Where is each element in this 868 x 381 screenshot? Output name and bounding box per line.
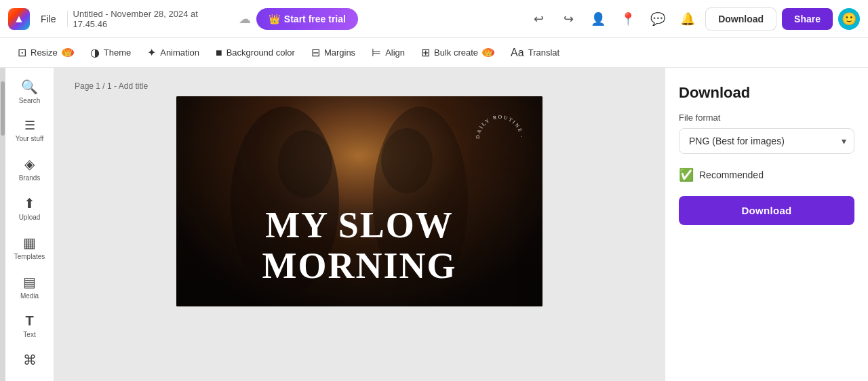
margins-label: Margins: [324, 47, 355, 58]
bell-icon-button[interactable]: 🔔: [675, 7, 700, 31]
toolbar-item-bulk-create[interactable]: ⊞ Bulk create 👑: [414, 42, 501, 63]
download-action-button[interactable]: Download: [679, 196, 854, 225]
scroll-thumb: [1, 81, 5, 136]
location-icon: 📍: [620, 12, 635, 26]
sidebar: 🔍 Search ☰ Your stuff ◈ Brands ⬆ Upload …: [5, 68, 54, 381]
check-circle-icon: ✅: [679, 167, 694, 182]
sidebar-item-text[interactable]: T Text: [9, 308, 50, 344]
canvas-text-line2: MORNING: [176, 246, 542, 286]
toolbar-item-resize[interactable]: ⊡ Resize 👑: [11, 42, 81, 63]
templates-icon: ▦: [23, 235, 36, 251]
translate-label: Translat: [528, 47, 559, 58]
svg-text:DAILY ROUTINE ·: DAILY ROUTINE ·: [475, 114, 525, 139]
sidebar-item-upload[interactable]: ⬆ Upload: [9, 190, 50, 226]
align-icon: ⊨: [372, 46, 381, 59]
sidebar-item-templates[interactable]: ▦ Templates: [9, 229, 50, 266]
sidebar-item-search[interactable]: 🔍 Search: [9, 73, 50, 110]
undo-button[interactable]: ↩: [526, 7, 551, 31]
download-panel: Download File format PNG (Best for image…: [665, 68, 868, 381]
sidebar-upload-label: Upload: [19, 214, 41, 221]
file-menu[interactable]: File: [35, 11, 62, 27]
chat-icon: 💬: [650, 12, 665, 26]
upload-icon: ⬆: [24, 195, 35, 212]
topbar-divider: [67, 11, 68, 27]
bell-icon: 🔔: [680, 12, 695, 26]
align-label: Align: [385, 47, 405, 58]
text-icon: T: [25, 313, 33, 329]
sidebar-search-label: Search: [19, 97, 41, 104]
translate-icon: Aa: [511, 47, 524, 59]
sidebar-item-more[interactable]: ⌘: [9, 346, 50, 374]
toolbar-item-animation[interactable]: ✦ Animation: [140, 42, 206, 63]
theme-icon: ◑: [90, 46, 100, 59]
main-layout: 🔍 Search ☰ Your stuff ◈ Brands ⬆ Upload …: [0, 68, 868, 381]
user-avatar[interactable]: 🙂: [838, 8, 860, 30]
file-format-section: File format PNG (Best for images) JPG PD…: [679, 113, 854, 154]
canva-logo[interactable]: ▲: [8, 8, 30, 30]
logo-mark: ▲: [14, 13, 24, 25]
sidebar-item-media[interactable]: ▤ Media: [9, 268, 50, 305]
undo-icon: ↩: [534, 12, 544, 26]
margins-icon: ⊟: [311, 46, 320, 59]
download-button[interactable]: Download: [705, 7, 776, 31]
toolbar-item-align[interactable]: ⊨ Align: [365, 42, 412, 63]
people-icon-button[interactable]: 👤: [586, 7, 610, 31]
more-icon: ⌘: [23, 352, 37, 368]
sidebar-your-stuff-label: Your stuff: [16, 135, 44, 142]
toolbar-item-translate[interactable]: Aa Translat: [504, 43, 566, 63]
circular-text-svg: DAILY ROUTINE ·: [469, 108, 530, 169]
theme-label: Theme: [104, 47, 131, 58]
topbar: ▲ File Untitled - November 28, 2024 at 1…: [0, 0, 868, 38]
resize-label: Resize: [31, 47, 58, 58]
background-color-label: Background color: [226, 47, 295, 58]
recommended-row: ✅ Recommended: [679, 165, 854, 185]
file-format-label: File format: [679, 113, 854, 123]
canvas-main-text: MY SLOW MORNING: [176, 205, 542, 286]
left-scrollbar[interactable]: [0, 68, 5, 381]
sidebar-item-your-stuff[interactable]: ☰ Your stuff: [9, 113, 50, 148]
redo-icon: ↪: [564, 12, 574, 26]
sidebar-media-label: Media: [20, 292, 39, 300]
chat-icon-button[interactable]: 💬: [646, 7, 670, 31]
start-trial-button[interactable]: 👑 Start free trial: [256, 8, 358, 30]
people-icon: 👤: [591, 12, 606, 26]
animation-icon: ✦: [147, 46, 156, 59]
bulk-create-label: Bulk create: [434, 47, 478, 58]
animation-label: Animation: [160, 47, 199, 58]
canvas-area: Page 1 / 1 - Add title: [54, 68, 665, 381]
toolbar-item-margins[interactable]: ⊟ Margins: [304, 42, 362, 63]
brands-icon: ◈: [24, 156, 35, 172]
document-title: Untitled - November 28, 2024 at 17.45.46: [73, 9, 231, 29]
toolbar-item-theme[interactable]: ◑ Theme: [83, 42, 138, 63]
trial-btn-label: Start free trial: [284, 14, 346, 24]
toolbar: ⊡ Resize 👑 ◑ Theme ✦ Animation ■ Backgro…: [0, 38, 868, 68]
redo-button[interactable]: ↪: [556, 7, 580, 31]
crown-icon: 👑: [269, 14, 280, 24]
share-button[interactable]: Share: [782, 8, 833, 30]
sidebar-templates-label: Templates: [14, 253, 45, 260]
search-icon: 🔍: [21, 79, 38, 95]
page-label: Page 1 / 1 - Add title: [75, 81, 148, 91]
cloud-sync-icon: ☁: [239, 12, 251, 26]
sidebar-text-label: Text: [23, 331, 35, 338]
bulk-create-icon: ⊞: [421, 46, 430, 59]
sidebar-item-brands[interactable]: ◈ Brands: [9, 151, 50, 187]
format-select-wrapper[interactable]: PNG (Best for images) JPG PDF (Print) PD…: [679, 128, 854, 154]
background-color-icon: ■: [216, 47, 222, 59]
location-icon-button[interactable]: 📍: [616, 7, 640, 31]
crown-badge-resize: 👑: [62, 48, 74, 57]
svg-point-2: [278, 130, 332, 198]
resize-icon: ⊡: [18, 46, 26, 59]
canvas[interactable]: MY SLOW MORNING DAILY ROUTINE ·: [176, 96, 542, 306]
your-stuff-icon: ☰: [24, 118, 35, 133]
recommended-text: Recommended: [699, 169, 764, 180]
canvas-text-line1: MY SLOW: [176, 205, 542, 245]
download-panel-title: Download: [679, 84, 854, 102]
svg-point-4: [381, 128, 433, 193]
format-select[interactable]: PNG (Best for images) JPG PDF (Print) PD…: [679, 128, 854, 154]
crown-badge-bulk: 👑: [482, 48, 494, 57]
media-icon: ▤: [23, 274, 36, 290]
avatar-image: 🙂: [842, 12, 856, 26]
sidebar-brands-label: Brands: [19, 174, 41, 182]
toolbar-item-background-color[interactable]: ■ Background color: [209, 43, 302, 63]
